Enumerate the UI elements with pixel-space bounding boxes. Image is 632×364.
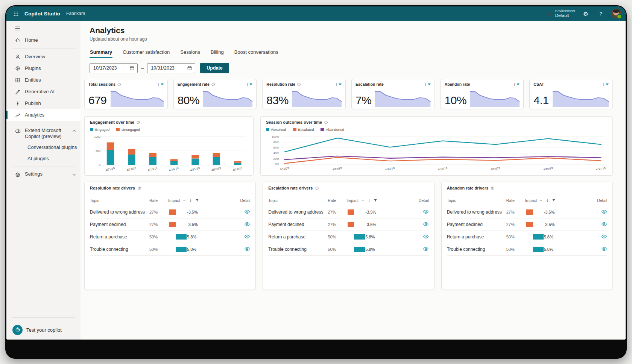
chevron-down-icon[interactable] [182, 198, 187, 203]
info-icon[interactable] [324, 120, 328, 124]
detail-eye-icon[interactable] [244, 222, 250, 226]
chevron-down-icon[interactable] [71, 172, 77, 177]
driver-rate: 27% [149, 222, 168, 227]
sort-descending-icon[interactable] [545, 198, 550, 203]
update-button[interactable]: Update [200, 63, 229, 73]
impact-bar [169, 209, 176, 215]
kpi-card-menu[interactable] [514, 83, 520, 86]
tab-sessions[interactable]: Sessions [180, 48, 201, 58]
sidebar-item-conversational-plugins[interactable]: Conversational plugins [6, 142, 81, 153]
publish-icon [15, 100, 21, 106]
sort-descending-icon[interactable] [367, 198, 371, 203]
column-header-detail: Detail [233, 198, 250, 203]
chevron-down-icon[interactable] [360, 198, 365, 203]
help-icon[interactable]: ? [596, 9, 605, 18]
entities-icon [15, 77, 21, 83]
detail-eye-icon[interactable] [244, 209, 250, 214]
chevron-down-icon [161, 83, 164, 85]
filter-icon[interactable] [195, 198, 199, 203]
info-icon[interactable] [137, 186, 141, 190]
user-avatar[interactable] [611, 9, 621, 18]
tab-billing[interactable]: Billing [210, 48, 224, 58]
calendar-icon[interactable] [187, 65, 192, 71]
sidebar-item-plugins[interactable]: Plugins [6, 62, 81, 74]
driver-topic: Return a purchase [268, 234, 328, 240]
detail-eye-icon[interactable] [423, 247, 429, 251]
kpi-card-total-sessions: Total sessions 679 [84, 79, 168, 109]
sidebar-item-extend-copilot[interactable]: Extend Microsoft Copilot (preview) [6, 126, 81, 142]
detail-eye-icon[interactable] [601, 209, 607, 214]
detail-eye-icon[interactable] [423, 234, 429, 239]
sidebar-item-entities[interactable]: Entities [6, 74, 81, 86]
driver-table-title: Resolution rate drivers [90, 186, 135, 190]
kpi-card-menu[interactable] [425, 83, 430, 86]
bot-name: Fabrikam [66, 11, 85, 16]
filter-icon[interactable] [551, 198, 556, 203]
svg-text:4/14/19: 4/14/19 [169, 167, 179, 172]
column-header-detail: Detail [590, 198, 607, 203]
info-icon[interactable] [297, 82, 301, 86]
legend-item-resolved: Resolved [266, 127, 286, 132]
detail-eye-icon[interactable] [244, 247, 250, 251]
impact-bar [354, 234, 365, 240]
kpi-value: 7% [356, 95, 371, 107]
driver-table-title: Abandon rate drivers [447, 186, 489, 190]
info-icon[interactable] [211, 82, 215, 86]
tab-summary[interactable]: Summary [90, 48, 112, 58]
tab-customer-satisfaction[interactable]: Customer satisfaction [122, 48, 170, 58]
driver-table-row: Delivered to wrong address 27% -3.5% [90, 206, 250, 218]
info-icon[interactable] [491, 186, 495, 190]
detail-eye-icon[interactable] [601, 234, 607, 239]
sidebar-item-ai-plugins[interactable]: AI plugins [6, 153, 81, 164]
info-icon[interactable] [117, 82, 121, 86]
kpi-card-menu[interactable] [247, 83, 252, 86]
detail-eye-icon[interactable] [244, 234, 250, 239]
info-icon[interactable] [315, 186, 319, 190]
app-launcher-waffle-icon[interactable] [10, 8, 21, 19]
detail-eye-icon[interactable] [601, 247, 607, 251]
sidebar: Home Overview Plugins Entities Generativ… [6, 21, 81, 340]
sidebar-item-home[interactable]: Home [6, 34, 81, 46]
kpi-sparkline-chart [375, 87, 430, 107]
sidebar-item-analytics[interactable]: Analytics [6, 109, 81, 121]
sidebar-item-generative-ai[interactable]: Generative AI [6, 86, 81, 97]
kpi-row: Total sessions 679 Engagement rate [84, 79, 613, 109]
settings-gear-icon[interactable]: ⚙ [581, 9, 590, 18]
kpi-menu-icon [514, 83, 515, 86]
kpi-card-menu[interactable] [603, 83, 609, 86]
impact-value: 5.8% [544, 234, 553, 240]
test-your-copilot-button[interactable]: Test your copilot [6, 320, 81, 340]
app-body: Home Overview Plugins Entities Generativ… [6, 21, 626, 340]
sidebar-item-overview[interactable]: Overview [6, 51, 81, 62]
sidebar-divider [12, 317, 75, 318]
calendar-icon[interactable] [129, 65, 135, 71]
sort-descending-icon[interactable] [188, 198, 193, 203]
sidebar-collapse-icon[interactable] [6, 22, 81, 34]
detail-eye-icon[interactable] [423, 222, 429, 226]
generative-ai-icon [15, 89, 21, 95]
tab-boost-conversations[interactable]: Boost conversations [234, 48, 279, 58]
svg-text:1000: 1000 [94, 135, 100, 138]
settings-icon [15, 172, 21, 178]
kpi-card-menu[interactable] [158, 83, 163, 86]
impact-value: -3.5% [187, 222, 198, 227]
kpi-card-engagement-rate: Engagement rate 80% [173, 79, 257, 109]
chevron-up-icon[interactable] [71, 128, 77, 133]
svg-text:4/17/19: 4/17/19 [596, 167, 606, 171]
detail-eye-icon[interactable] [601, 222, 607, 226]
filter-icon[interactable] [373, 198, 378, 203]
info-icon[interactable] [136, 120, 140, 124]
sidebar-item-settings[interactable]: Settings [6, 169, 81, 180]
detail-eye-icon[interactable] [423, 209, 429, 214]
driver-table-row: Return a purchase 50% 5.8% [447, 231, 607, 243]
kpi-menu-icon [158, 83, 159, 86]
environment-picker[interactable]: Environment Default [547, 9, 575, 18]
sidebar-item-publish[interactable]: Publish [6, 97, 81, 109]
start-date-input[interactable]: 10/17/2023 [90, 63, 138, 73]
driver-rate: 27% [328, 222, 346, 227]
kpi-card-menu[interactable] [336, 83, 342, 86]
chevron-down-icon[interactable] [539, 198, 543, 203]
driver-impact-cell: 5.8% [346, 247, 403, 252]
svg-text:0: 0 [99, 164, 100, 167]
end-date-input[interactable]: 10/31/2023 [147, 63, 195, 73]
